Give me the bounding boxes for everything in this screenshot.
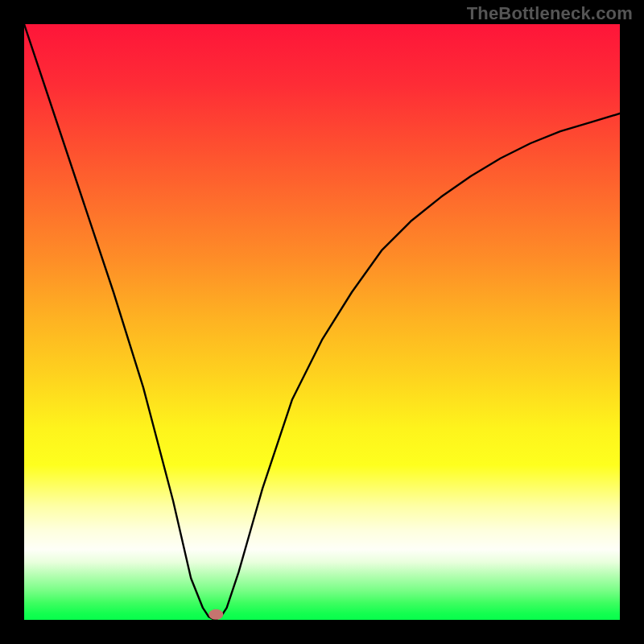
- bottleneck-chart: [24, 24, 620, 620]
- watermark: TheBottleneck.com: [467, 3, 633, 24]
- gradient-background: [24, 24, 620, 620]
- plot-area: [24, 24, 620, 620]
- minimum-marker: [208, 609, 223, 620]
- chart-frame: TheBottleneck.com: [0, 0, 644, 644]
